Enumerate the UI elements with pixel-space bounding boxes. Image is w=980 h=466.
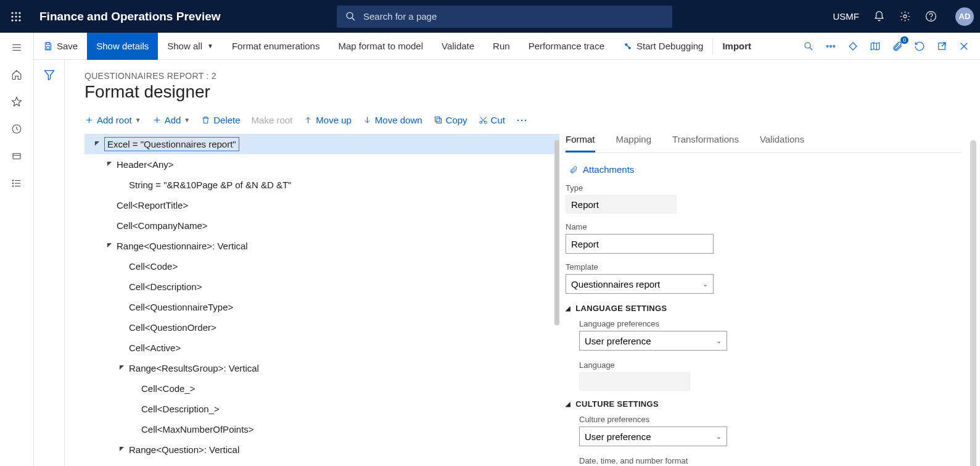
svg-marker-36 — [849, 43, 857, 50]
attachments-link[interactable]: Attachments — [569, 164, 961, 175]
validate-button[interactable]: Validate — [432, 33, 484, 60]
show-all-button[interactable]: Show all▼ — [158, 33, 223, 60]
scrollbar[interactable] — [970, 140, 976, 466]
tree-row[interactable]: Cell<Code_> — [84, 378, 559, 399]
popout-icon[interactable] — [936, 40, 948, 52]
tree-row[interactable]: Cell<Description_> — [84, 399, 559, 419]
tab-validations[interactable]: Validations — [760, 134, 804, 152]
more-toolbar-icon[interactable] — [825, 40, 837, 52]
filter-icon[interactable] — [43, 69, 56, 81]
add-button[interactable]: Add▼ — [152, 115, 191, 125]
svg-point-34 — [830, 45, 832, 47]
waffle-icon[interactable] — [6, 11, 26, 22]
lang-pref-select[interactable]: User preference⌄ — [579, 331, 727, 351]
clock-icon[interactable] — [9, 122, 24, 136]
tab-mapping[interactable]: Mapping — [616, 134, 652, 152]
search-placeholder: Search for a page — [363, 11, 437, 22]
tree-row[interactable]: Cell<Code> — [84, 256, 559, 277]
delete-button[interactable]: Delete — [201, 115, 240, 125]
tree-row[interactable]: Cell<Description> — [84, 277, 559, 297]
refresh-icon[interactable] — [913, 40, 926, 52]
show-details-button[interactable]: Show details — [87, 33, 158, 60]
svg-point-7 — [15, 19, 17, 21]
module-icon[interactable] — [9, 149, 24, 164]
top-bar: Finance and Operations Preview Search fo… — [0, 0, 980, 33]
company-code[interactable]: USMF — [833, 11, 860, 22]
scrollbar[interactable] — [554, 140, 559, 325]
tab-format[interactable]: Format — [566, 134, 595, 152]
tree-row[interactable]: Range<Question>: Vertical — [84, 439, 559, 460]
tree-row[interactable]: Cell<Active> — [84, 338, 559, 358]
run-button[interactable]: Run — [484, 33, 519, 60]
diamond-icon[interactable] — [847, 40, 859, 52]
gear-icon[interactable] — [899, 10, 911, 23]
svg-point-25 — [12, 183, 14, 184]
properties-panel: Format Mapping Transformations Validatio… — [559, 134, 980, 466]
search-input[interactable]: Search for a page — [337, 6, 672, 28]
map-format-button[interactable]: Map format to model — [329, 33, 432, 60]
template-select[interactable]: Questionnaires report⌄ — [566, 274, 714, 294]
app-title: Finance and Operations Preview — [39, 10, 221, 23]
language-value — [579, 372, 690, 391]
svg-marker-60 — [119, 447, 123, 451]
svg-point-31 — [805, 43, 810, 48]
format-tree[interactable]: Excel = "Questionnaires report"Header<An… — [84, 134, 559, 460]
cut-button[interactable]: Cut — [479, 115, 505, 125]
list-icon[interactable] — [9, 176, 24, 191]
attach-toolbar-icon[interactable]: 0 — [891, 40, 904, 52]
tree-row[interactable]: Cell<CompanyName> — [84, 215, 559, 236]
add-root-button[interactable]: Add root▼ — [84, 115, 141, 125]
svg-point-3 — [11, 15, 13, 17]
import-button[interactable]: Import — [713, 33, 760, 60]
culture-pref-select[interactable]: User preference⌄ — [579, 426, 727, 446]
move-up-button[interactable]: Move up — [303, 115, 352, 125]
tree-row[interactable]: Range<ResultsGroup>: Vertical — [84, 358, 559, 378]
datefmt-label: Date, time, and number format — [579, 456, 961, 465]
svg-point-13 — [931, 19, 931, 20]
type-label: Type — [566, 183, 961, 193]
svg-point-6 — [11, 19, 13, 21]
svg-rect-28 — [46, 46, 49, 49]
culture-settings-section[interactable]: ◢CULTURE SETTINGS — [566, 399, 961, 409]
tree-more-icon[interactable]: ⋯ — [516, 113, 528, 127]
help-icon[interactable] — [924, 10, 937, 23]
tree-row[interactable]: Excel = "Questionnaires report" — [84, 134, 559, 154]
star-icon[interactable] — [9, 94, 24, 109]
tree-row[interactable]: Header<Any> — [84, 154, 559, 175]
svg-rect-50 — [437, 119, 442, 123]
move-down-button[interactable]: Move down — [363, 115, 422, 125]
bell-icon[interactable] — [873, 10, 885, 23]
svg-point-2 — [19, 12, 20, 14]
lang-pref-label: Language preferences — [579, 319, 961, 328]
format-enumerations-button[interactable]: Format enumerations — [223, 33, 329, 60]
performance-trace-button[interactable]: Performance trace — [519, 33, 614, 60]
save-button[interactable]: Save — [34, 33, 87, 60]
search-icon — [345, 11, 356, 22]
search-toolbar-icon[interactable] — [802, 40, 815, 52]
tree-row[interactable]: String = "&R&10Page &P of &N &D &T" — [84, 175, 559, 195]
svg-point-24 — [12, 180, 14, 181]
menu-icon[interactable] — [9, 40, 24, 55]
svg-rect-19 — [13, 154, 20, 159]
start-debugging-button[interactable]: Start Debugging — [614, 33, 712, 60]
tree-row[interactable]: Cell<QuestionOrder> — [84, 317, 559, 338]
svg-point-26 — [12, 186, 14, 187]
name-field[interactable] — [566, 234, 714, 254]
svg-point-5 — [19, 15, 20, 17]
map-icon[interactable] — [869, 40, 881, 52]
tree-row[interactable]: Range<Questionnaire>: Vertical — [84, 236, 559, 256]
copy-button[interactable]: Copy — [434, 115, 467, 125]
svg-point-33 — [826, 45, 828, 47]
svg-marker-58 — [107, 243, 111, 248]
avatar[interactable]: AD — [955, 7, 974, 26]
tree-row[interactable]: Cell<QuestionnaireType> — [84, 297, 559, 317]
tab-transformations[interactable]: Transformations — [672, 134, 739, 152]
svg-rect-27 — [46, 43, 49, 44]
page-title: Format designer — [84, 82, 980, 102]
tree-row[interactable]: Cell<MaxNumberOfPoints> — [84, 419, 559, 439]
svg-rect-51 — [435, 117, 440, 122]
tree-row[interactable]: Cell<ReportTitle> — [84, 195, 559, 215]
language-settings-section[interactable]: ◢LANGUAGE SETTINGS — [566, 304, 961, 313]
home-icon[interactable] — [9, 67, 24, 82]
close-icon[interactable] — [958, 40, 970, 52]
